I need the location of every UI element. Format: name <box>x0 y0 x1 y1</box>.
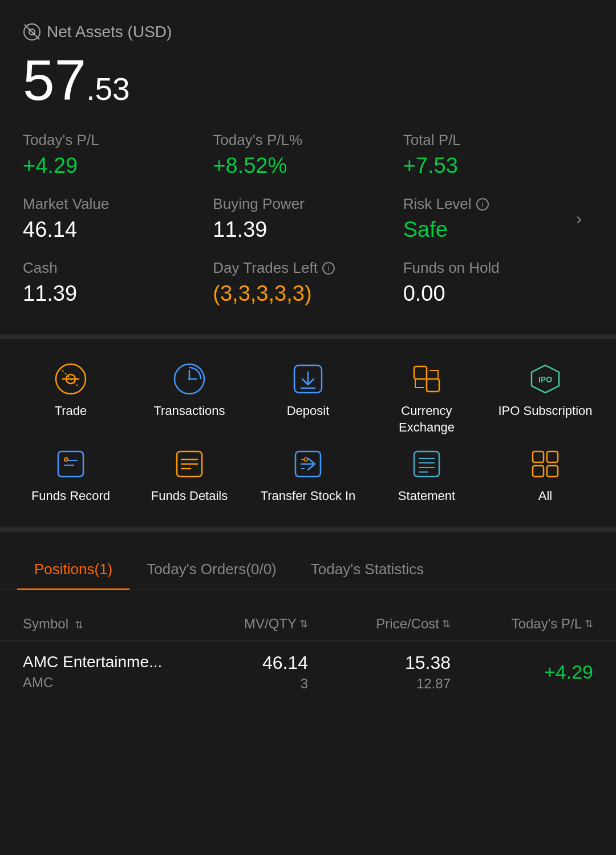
currency-exchange-action[interactable]: Currency Exchange <box>367 362 486 435</box>
tab-positions[interactable]: Positions(1) <box>17 549 129 590</box>
svg-rect-40 <box>533 466 544 477</box>
day-trades-stat: Day Trades Left i (3,3,3,3,3) <box>213 259 403 306</box>
section-divider-2 <box>0 527 616 532</box>
todays-pl-stat: Today's P/L +4.29 <box>23 131 213 178</box>
tab-todays-orders[interactable]: Today's Orders(0/0) <box>129 549 294 590</box>
net-assets-value: 57.53 <box>23 51 593 108</box>
statement-action[interactable]: Statement <box>367 447 486 505</box>
col-header-pl[interactable]: Today's P/L ⇅ <box>451 616 593 632</box>
funds-record-icon: $ <box>54 447 88 481</box>
svg-rect-19 <box>58 451 83 477</box>
funds-record-action[interactable]: $ Funds Record <box>11 447 130 505</box>
trade-action[interactable]: Trade <box>11 362 130 435</box>
buying-power-stat: Buying Power 11.39 <box>213 195 403 242</box>
svg-rect-41 <box>547 466 558 477</box>
deposit-icon <box>291 362 325 396</box>
col-header-price[interactable]: Price/Cost ⇅ <box>308 616 451 632</box>
all-icon <box>528 447 562 481</box>
stock-info: AMC Entertainme... AMC <box>23 653 165 691</box>
expand-chevron-icon[interactable]: › <box>576 209 582 228</box>
quick-actions-section: Trade Transactions Deposit <box>0 345 616 522</box>
deposit-action[interactable]: Deposit <box>249 362 367 435</box>
day-trades-info-icon[interactable]: i <box>322 262 335 275</box>
svg-rect-39 <box>547 451 558 462</box>
net-assets-label: Net Assets (USD) <box>23 23 593 41</box>
svg-text:$: $ <box>64 457 67 462</box>
actions-row-1: Trade Transactions Deposit <box>0 362 616 435</box>
tabs-section: Positions(1) Today's Orders(0/0) Today's… <box>0 538 616 703</box>
stats-grid: Today's P/L +4.29 Today's P/L% +8.52% To… <box>23 131 593 306</box>
statement-icon <box>410 447 444 481</box>
svg-rect-38 <box>533 451 544 462</box>
stock-pl: +4.29 <box>451 661 593 683</box>
currency-exchange-icon <box>410 362 444 396</box>
col-header-symbol[interactable]: Symbol ⇅ <box>23 616 165 632</box>
tabs-row: Positions(1) Today's Orders(0/0) Today's… <box>0 549 616 590</box>
svg-rect-15 <box>414 366 427 379</box>
ipo-icon: IPO <box>528 362 562 396</box>
tab-todays-statistics[interactable]: Today's Statistics <box>294 549 441 590</box>
stats-container: Today's P/L +4.29 Today's P/L% +8.52% To… <box>23 131 593 306</box>
funds-hold-stat: Funds on Hold 0.00 <box>403 259 593 306</box>
transfer-stock-action[interactable]: Transfer Stock In <box>249 447 367 505</box>
risk-level-info-icon[interactable]: i <box>476 198 489 211</box>
transactions-action[interactable]: Transactions <box>130 362 249 435</box>
todays-pl-pct-stat: Today's P/L% +8.52% <box>213 131 403 178</box>
funds-details-icon <box>172 447 206 481</box>
col-header-mv[interactable]: MV/QTY ⇅ <box>165 616 308 632</box>
risk-level-stat: Risk Level i Safe <box>403 195 593 242</box>
transfer-stock-icon <box>291 447 325 481</box>
actions-row-2: $ Funds Record Funds Details <box>0 447 616 505</box>
stock-price: 15.38 12.87 <box>308 652 451 692</box>
total-pl-stat: Total P/L +7.53 <box>403 131 593 178</box>
all-action[interactable]: All <box>486 447 605 505</box>
ipo-subscription-action[interactable]: IPO IPO Subscription <box>486 362 605 435</box>
svg-text:IPO: IPO <box>538 375 552 384</box>
stock-mv: 46.14 3 <box>165 652 308 692</box>
section-divider-1 <box>0 334 616 339</box>
svg-rect-16 <box>427 379 439 392</box>
svg-line-2 <box>25 25 39 39</box>
market-value-stat: Market Value 46.14 <box>23 195 213 242</box>
trade-icon <box>54 362 88 396</box>
svg-rect-33 <box>414 451 439 477</box>
funds-details-action[interactable]: Funds Details <box>130 447 249 505</box>
cash-stat: Cash 11.39 <box>23 259 213 306</box>
table-header: Symbol ⇅ MV/QTY ⇅ Price/Cost ⇅ Today's P… <box>0 607 616 640</box>
transactions-icon <box>172 362 206 396</box>
eye-icon <box>23 23 41 41</box>
table-row[interactable]: AMC Entertainme... AMC 46.14 3 15.38 12.… <box>0 640 616 703</box>
net-assets-section: Net Assets (USD) 57.53 Today's P/L +4.29… <box>0 0 616 329</box>
